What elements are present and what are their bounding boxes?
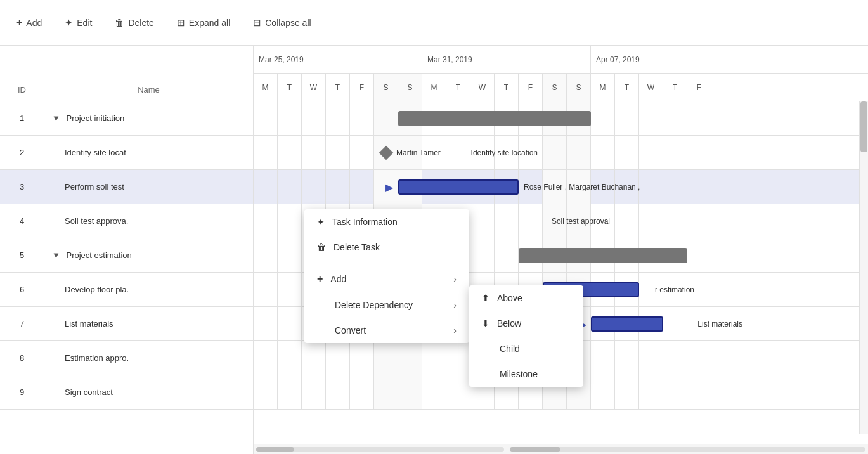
delete-button[interactable]: 🗑 Delete — [111, 15, 157, 30]
gantt-bar-label: Soil test approval — [552, 217, 610, 226]
gantt-cell — [495, 204, 519, 238]
toolbar: + Add ✦ Edit 🗑 Delete ⊞ Expand all ⊟ Col… — [0, 0, 868, 46]
cell-name: Identify site locat — [44, 148, 253, 157]
scrollbar-thumb[interactable] — [860, 101, 867, 152]
day-cell: F — [519, 74, 543, 101]
gantt-days: MTWTFSSMTWTFSSMTWTF — [254, 74, 868, 101]
gantt-cell — [278, 238, 302, 272]
cell-id: 5 — [0, 238, 44, 272]
gantt-cell — [254, 273, 278, 306]
ctx-add[interactable]: + Add › — [304, 266, 469, 292]
collapse-icon: ⊟ — [253, 17, 261, 29]
day-cell: M — [591, 74, 615, 101]
sub-child[interactable]: Child — [469, 336, 583, 361]
expand-all-button[interactable]: ⊞ Expand all — [173, 15, 234, 31]
gantt-cell — [687, 101, 711, 135]
gantt-cell — [278, 341, 302, 375]
day-cell: W — [470, 74, 495, 101]
table-row[interactable]: 7List materials — [0, 307, 253, 341]
left-scroll-thumb[interactable] — [256, 447, 294, 452]
table-row[interactable]: 9Sign contract — [0, 375, 253, 410]
gantt-cell — [567, 136, 591, 169]
trash-icon: 🗑 — [115, 17, 124, 28]
cell-name: List materials — [44, 319, 253, 328]
gantt-cell — [687, 204, 711, 238]
above-icon: ⬆ — [482, 293, 489, 303]
plus-icon: + — [16, 17, 22, 29]
bottom-scroll-right[interactable] — [507, 444, 868, 454]
gantt-cell — [302, 375, 326, 409]
cell-name: Estimation appro. — [44, 353, 253, 363]
context-menu: ✦ Task Information 🗑 Delete Task + Add ›… — [304, 209, 469, 343]
cell-id: 7 — [0, 307, 44, 340]
gantt-cell — [615, 375, 639, 409]
gantt-row[interactable]: Rose Fuller , Margaret Buchanan ,▶ — [254, 170, 868, 204]
cell-name: ▼ Project initiation — [44, 114, 253, 123]
gantt-cell — [687, 170, 711, 204]
gantt-cell — [615, 101, 639, 135]
gantt-cell — [398, 341, 422, 375]
below-icon: ⬇ — [482, 318, 489, 328]
gantt-cell — [446, 375, 470, 409]
date-group: Mar 31, 2019 — [422, 46, 591, 73]
diamond-icon: ✦ — [317, 217, 325, 227]
sub-above[interactable]: ⬆ Above — [469, 285, 583, 311]
delete-label: Delete — [128, 18, 153, 28]
gantt-cell — [350, 341, 374, 375]
add-button[interactable]: + Add — [13, 15, 46, 31]
table-row[interactable]: 4Soil test approva. — [0, 204, 253, 238]
ctx-task-info-label: Task Information — [332, 217, 398, 227]
vertical-scrollbar[interactable] — [859, 101, 868, 434]
table-row[interactable]: 2Identify site locat — [0, 136, 253, 170]
gantt-cell — [663, 341, 687, 375]
day-cell: S — [374, 74, 398, 101]
ctx-delete-dep[interactable]: Delete Dependency › — [304, 292, 469, 318]
table-row[interactable]: 5▼ Project estimation — [0, 238, 253, 273]
gantt-cell — [278, 170, 302, 204]
col-id-header: ID — [0, 46, 44, 101]
ctx-delete-task[interactable]: 🗑 Delete Task — [304, 235, 469, 260]
expand-icon: ⊞ — [177, 17, 185, 29]
gantt-cell — [639, 341, 663, 375]
gantt-bar — [519, 248, 687, 263]
edit-icon: ✦ — [65, 17, 73, 29]
ctx-task-info[interactable]: ✦ Task Information — [304, 209, 469, 235]
right-scroll-thumb[interactable] — [510, 447, 560, 452]
gantt-bar — [591, 316, 663, 332]
gantt-row[interactable]: Project initiation — [254, 101, 868, 136]
sub-below[interactable]: ⬇ Below — [469, 311, 583, 336]
day-cell: S — [567, 74, 591, 101]
table-row[interactable]: 3Perform soil test — [0, 170, 253, 204]
ctx-convert-label: Convert — [335, 325, 366, 335]
gantt-row[interactable]: Identify site locationMartin Tamer — [254, 136, 868, 170]
table-row[interactable]: 1▼ Project initiation — [0, 101, 253, 136]
gantt-bar — [398, 179, 519, 195]
right-scroll-track[interactable] — [510, 447, 865, 452]
day-cell: W — [302, 74, 326, 101]
day-cell: T — [326, 74, 350, 101]
edit-button[interactable]: ✦ Edit — [61, 15, 96, 31]
cell-name: Sign contract — [44, 387, 253, 397]
collapse-all-label: Collapse all — [265, 18, 311, 28]
ctx-convert[interactable]: Convert › — [304, 318, 469, 343]
sub-above-label: Above — [497, 293, 522, 303]
gantt-cell — [398, 375, 422, 409]
table-row[interactable]: 6Develop floor pla. — [0, 273, 253, 307]
table-row[interactable]: 8Estimation appro. — [0, 341, 253, 375]
chevron-right-icon: › — [453, 274, 457, 284]
sub-below-label: Below — [497, 318, 521, 328]
gantt-cell — [326, 101, 350, 135]
bottom-scroll-left[interactable] — [254, 444, 507, 454]
gantt-cell — [615, 136, 639, 169]
table-panel: ID Name 1▼ Project initiation2Identify s… — [0, 46, 254, 454]
gantt-bar-label: Identify site location — [471, 148, 538, 157]
gantt-cell — [326, 375, 350, 409]
collapse-all-button[interactable]: ⊟ Collapse all — [249, 15, 314, 31]
cell-name: ▼ Project estimation — [44, 250, 253, 260]
gantt-cell — [663, 170, 687, 204]
day-cell: T — [278, 74, 302, 101]
left-scroll-track[interactable] — [256, 447, 504, 452]
sub-milestone[interactable]: Milestone — [469, 361, 583, 387]
gantt-bar-label: Rose Fuller , Margaret Buchanan , — [524, 183, 640, 191]
gantt-cell — [663, 101, 687, 135]
